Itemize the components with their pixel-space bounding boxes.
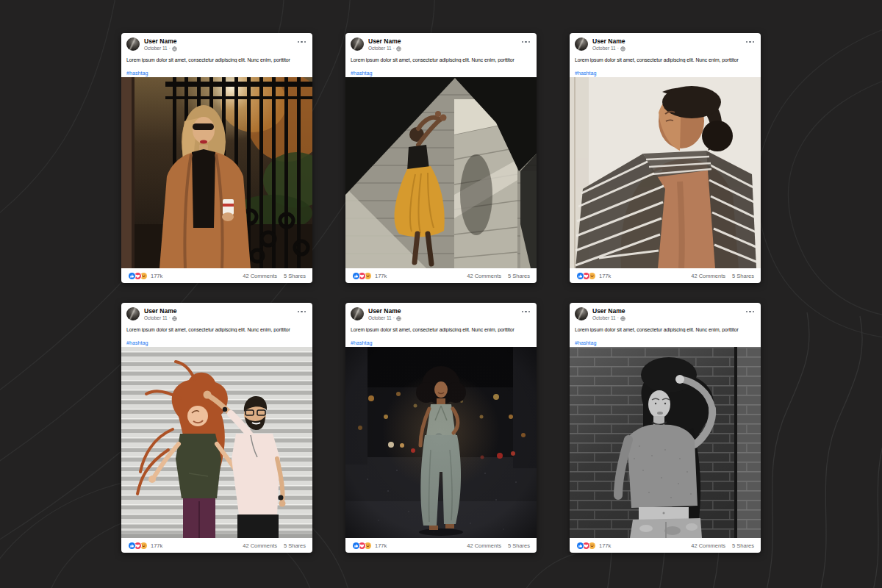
post-header-area: User Name October 11 · Lorem ipsum dolor… (345, 303, 537, 347)
post-body-text: Lorem ipsum dolor sit amet, consectetur … (126, 57, 306, 62)
reaction-icons[interactable] (576, 272, 596, 280)
shares-count[interactable]: 5 Shares (732, 273, 754, 279)
meta-separator: · (393, 315, 395, 321)
post-header-area: User Name October 11 · Lorem ipsum dolor… (121, 33, 312, 77)
post-menu-button[interactable] (519, 37, 531, 46)
avatar[interactable] (575, 37, 588, 51)
user-name[interactable]: User Name (592, 37, 743, 45)
post-body-text: Lorem ipsum dolor sit amet, consectetur … (126, 327, 306, 332)
post-grid: User Name October 11 · Lorem ipsum dolor… (121, 33, 761, 553)
reaction-icons[interactable] (352, 542, 372, 550)
post-hashtag-link[interactable]: #hashtag (575, 340, 755, 346)
facebook-post-card: User Name October 11 · Lorem ipsum dolor… (121, 33, 312, 283)
post-menu-button[interactable] (295, 37, 306, 46)
post-menu-button[interactable] (743, 37, 755, 46)
post-footer: 177k 42 Comments 5 Shares (345, 268, 537, 283)
reaction-count[interactable]: 177k (151, 542, 162, 549)
post-timestamp: October 11 (144, 46, 168, 51)
facebook-post-card: User Name October 11 · Lorem ipsum dolor… (345, 33, 537, 283)
facebook-post-card: User Name October 11 · Lorem ipsum dolor… (121, 303, 312, 553)
post-meta: October 11 · (592, 46, 743, 51)
reaction-count[interactable]: 177k (375, 273, 387, 279)
shares-count[interactable]: 5 Shares (284, 542, 306, 549)
post-hashtag-link[interactable]: #hashtag (575, 70, 755, 76)
facebook-post-card: User Name October 11 · Lorem ipsum dolor… (570, 33, 761, 283)
post-photo[interactable] (345, 77, 537, 268)
globe-icon (396, 316, 401, 321)
post-footer: 177k 42 Comments 5 Shares (345, 538, 537, 553)
shares-count[interactable]: 5 Shares (508, 273, 530, 279)
facebook-post-card: User Name October 11 · Lorem ipsum dolor… (345, 303, 537, 553)
post-footer: 177k 42 Comments 5 Shares (570, 268, 761, 283)
comments-count[interactable]: 42 Comments (467, 542, 501, 549)
post-meta: October 11 · (368, 46, 519, 51)
reaction-icons[interactable] (576, 542, 596, 550)
post-photo[interactable] (570, 347, 761, 538)
globe-icon (396, 46, 401, 51)
post-timestamp: October 11 (368, 46, 392, 51)
globe-icon (172, 316, 177, 321)
avatar[interactable] (575, 307, 588, 320)
post-hashtag-link[interactable]: #hashtag (126, 70, 306, 76)
meta-separator: · (169, 315, 171, 321)
user-name[interactable]: User Name (368, 37, 519, 45)
like-icon[interactable] (576, 272, 584, 280)
post-body-text: Lorem ipsum dolor sit amet, consectetur … (575, 327, 755, 332)
avatar[interactable] (126, 307, 140, 320)
post-hashtag-link[interactable]: #hashtag (351, 70, 531, 76)
reaction-icons[interactable] (128, 272, 148, 280)
reaction-count[interactable]: 177k (599, 542, 611, 549)
like-icon[interactable] (576, 542, 584, 550)
post-body-text: Lorem ipsum dolor sit amet, consectetur … (351, 57, 531, 62)
post-meta: October 11 · (144, 46, 295, 51)
like-icon[interactable] (352, 272, 360, 280)
post-menu-button[interactable] (743, 307, 755, 315)
meta-separator: · (617, 46, 619, 51)
post-header-area: User Name October 11 · Lorem ipsum dolor… (345, 33, 537, 77)
reaction-count[interactable]: 177k (599, 273, 611, 279)
post-timestamp: October 11 (144, 315, 168, 321)
like-icon[interactable] (128, 542, 136, 550)
reaction-count[interactable]: 177k (151, 273, 162, 279)
post-meta: October 11 · (592, 315, 743, 321)
reaction-icons[interactable] (128, 542, 148, 550)
reaction-count[interactable]: 177k (375, 542, 387, 549)
post-hashtag-link[interactable]: #hashtag (126, 340, 306, 346)
post-menu-button[interactable] (295, 307, 306, 315)
post-hashtag-link[interactable]: #hashtag (351, 340, 531, 346)
post-photo[interactable] (121, 347, 312, 538)
shares-count[interactable]: 5 Shares (508, 542, 530, 549)
user-name[interactable]: User Name (368, 307, 519, 315)
post-timestamp: October 11 (592, 46, 616, 51)
like-icon[interactable] (352, 542, 360, 550)
shares-count[interactable]: 5 Shares (284, 273, 306, 279)
post-footer: 177k 42 Comments 5 Shares (121, 538, 312, 553)
comments-count[interactable]: 42 Comments (467, 273, 501, 279)
post-timestamp: October 11 (592, 315, 616, 321)
shares-count[interactable]: 5 Shares (732, 542, 754, 549)
like-icon[interactable] (128, 272, 136, 280)
post-menu-button[interactable] (519, 307, 531, 315)
post-photo[interactable] (121, 77, 312, 268)
facebook-post-card: User Name October 11 · Lorem ipsum dolor… (570, 303, 761, 553)
post-header-area: User Name October 11 · Lorem ipsum dolor… (570, 33, 761, 77)
avatar[interactable] (126, 37, 140, 51)
user-name[interactable]: User Name (592, 307, 743, 315)
user-name[interactable]: User Name (144, 307, 295, 315)
meta-separator: · (393, 46, 395, 51)
post-photo[interactable] (570, 77, 761, 268)
user-name[interactable]: User Name (144, 37, 295, 45)
post-footer: 177k 42 Comments 5 Shares (121, 268, 312, 283)
globe-icon (172, 46, 177, 51)
post-header-area: User Name October 11 · Lorem ipsum dolor… (570, 303, 761, 347)
comments-count[interactable]: 42 Comments (691, 542, 725, 549)
comments-count[interactable]: 42 Comments (691, 273, 725, 279)
post-photo[interactable] (345, 347, 537, 538)
comments-count[interactable]: 42 Comments (243, 273, 277, 279)
comments-count[interactable]: 42 Comments (243, 542, 277, 549)
post-body-text: Lorem ipsum dolor sit amet, consectetur … (351, 327, 531, 332)
avatar[interactable] (351, 307, 364, 320)
post-header-area: User Name October 11 · Lorem ipsum dolor… (121, 303, 312, 347)
avatar[interactable] (351, 37, 364, 51)
reaction-icons[interactable] (352, 272, 372, 280)
